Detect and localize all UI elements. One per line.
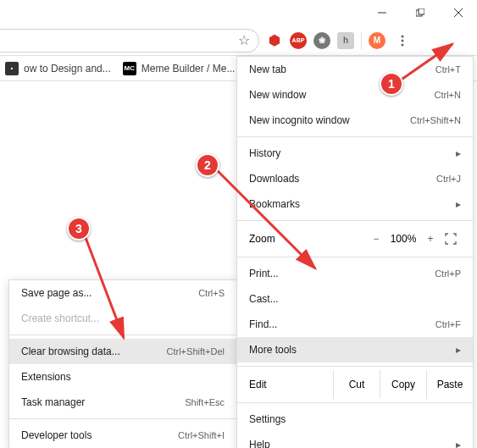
menu-downloads[interactable]: DownloadsCtrl+J [237, 166, 473, 191]
menu-new-incognito[interactable]: New incognito windowCtrl+Shift+N [237, 108, 473, 133]
edit-cut-button[interactable]: Cut [333, 370, 380, 399]
menu-find[interactable]: Find...Ctrl+F [237, 312, 473, 337]
svg-rect-2 [419, 8, 424, 14]
more-tools-submenu: Save page as...Ctrl+S Create shortcut...… [8, 279, 237, 448]
extensions-area: ⬢ ABP ❀ h M [259, 30, 419, 51]
chevron-right-icon: ▸ [456, 439, 461, 448]
menu-edit-row: Edit Cut Copy Paste [237, 370, 473, 399]
submenu-save-page[interactable]: Save page as...Ctrl+S [9, 280, 236, 306]
star-icon[interactable]: ☆ [238, 32, 250, 48]
svg-point-7 [402, 43, 404, 46]
omnibox[interactable]: ☆ [0, 29, 259, 53]
menu-history[interactable]: History▸ [237, 141, 473, 166]
chrome-main-menu: New tabCtrl+T New windowCtrl+N New incog… [236, 56, 474, 448]
menu-new-tab[interactable]: New tabCtrl+T [237, 57, 473, 82]
annotation-badge-1: 1 [380, 72, 403, 96]
ext-ublock[interactable]: ⬢ [266, 32, 283, 49]
chevron-right-icon: ▸ [456, 198, 461, 210]
close-button[interactable] [439, 0, 477, 25]
chevron-right-icon: ▸ [456, 344, 461, 356]
annotation-badge-3: 3 [67, 217, 91, 241]
menu-zoom: Zoom − 100% + [237, 224, 473, 253]
browser-toolbar: ☆ ⬢ ABP ❀ h M [0, 25, 477, 56]
submenu-extensions[interactable]: Extensions [9, 364, 236, 390]
bookmark-label: Meme Builder / Me... [141, 63, 236, 75]
ext-abp[interactable]: ABP [290, 32, 307, 49]
annotation-badge-2: 2 [196, 153, 219, 177]
menu-new-window[interactable]: New windowCtrl+N [237, 82, 473, 108]
submenu-create-shortcut: Create shortcut... [9, 306, 236, 331]
bookmark-item[interactable]: • ow to Design and... [5, 62, 111, 75]
chrome-menu-button[interactable] [392, 30, 413, 51]
menu-cast[interactable]: Cast... [237, 286, 473, 312]
submenu-developer-tools[interactable]: Developer toolsCtrl+Shift+I [9, 423, 236, 448]
fullscreen-icon[interactable] [441, 233, 461, 245]
edit-copy-button[interactable]: Copy [380, 370, 426, 399]
menu-settings[interactable]: Settings [237, 407, 473, 432]
zoom-out-button[interactable]: − [366, 233, 386, 245]
menu-print[interactable]: Print...Ctrl+P [237, 261, 473, 286]
svg-point-6 [402, 39, 404, 41]
zoom-in-button[interactable]: + [420, 233, 441, 245]
submenu-task-manager[interactable]: Task managerShift+Esc [9, 390, 236, 415]
window-controls [363, 0, 477, 25]
ext-3[interactable]: ❀ [313, 32, 330, 49]
menu-more-tools[interactable]: More tools▸ [237, 337, 473, 362]
zoom-level: 100% [386, 233, 420, 245]
profile-avatar[interactable]: M [369, 32, 385, 49]
submenu-clear-browsing-data[interactable]: Clear browsing data...Ctrl+Shift+Del [9, 339, 236, 364]
chevron-right-icon: ▸ [456, 147, 461, 159]
svg-point-5 [402, 35, 404, 37]
maximize-button[interactable] [401, 0, 439, 25]
minimize-button[interactable] [363, 0, 401, 25]
menu-help[interactable]: Help▸ [237, 432, 473, 448]
ext-4[interactable]: h [337, 32, 354, 49]
edit-paste-button[interactable]: Paste [426, 370, 473, 399]
bookmark-label: ow to Design and... [24, 63, 111, 75]
bookmark-item[interactable]: MC Meme Builder / Me... [123, 62, 236, 75]
menu-bookmarks[interactable]: Bookmarks▸ [237, 191, 473, 217]
